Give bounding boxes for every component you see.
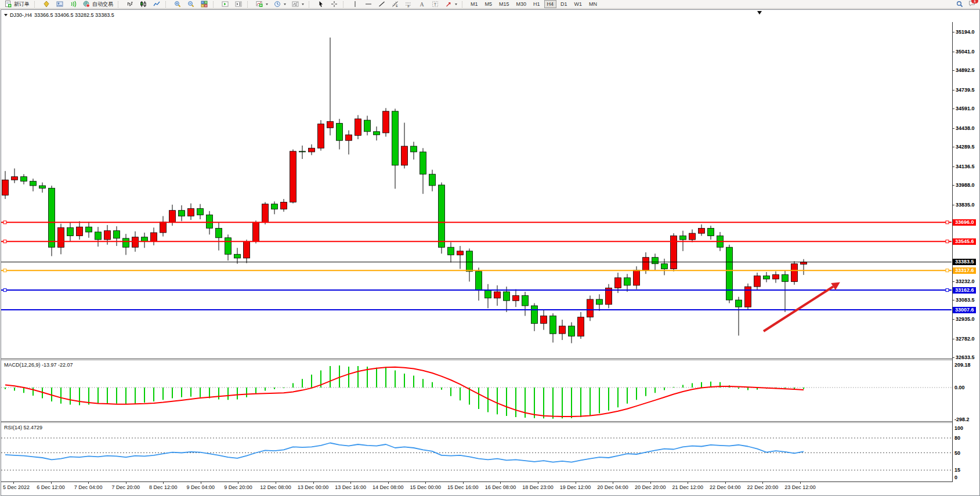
time-tick-mark [88, 482, 89, 484]
price-badge-33317.6: 33317.6 [953, 267, 976, 274]
navigator-icon[interactable] [53, 1, 66, 8]
timeframe-d1-button[interactable]: D1 [558, 0, 570, 8]
tile-windows-icon [200, 1, 208, 8]
timeframe-m1-button[interactable]: M1 [468, 0, 481, 8]
candle-bull [402, 146, 408, 165]
rsi-axis-label: 50 [954, 450, 960, 456]
chat-notification-button[interactable]: 1 [967, 0, 976, 8]
candle-bull [151, 233, 157, 241]
chart-shift-icon [234, 1, 243, 8]
trend-arrow-annotation[interactable] [764, 282, 840, 331]
level-handle[interactable] [3, 221, 6, 224]
cursor-icon[interactable] [314, 1, 327, 8]
level-handle[interactable] [3, 269, 6, 272]
level-handle[interactable] [3, 240, 6, 243]
price-tick-label: 33835.0 [956, 202, 975, 208]
crosshair-icon[interactable] [328, 1, 340, 8]
candle-bull [188, 208, 194, 216]
zoom-in-icon[interactable] [171, 1, 183, 8]
candle-bull [281, 202, 287, 209]
timeframe-m30-button[interactable]: M30 [513, 0, 530, 8]
time-tick-mark [163, 482, 164, 484]
market-watch-icon[interactable] [40, 1, 52, 8]
main-chart-area[interactable] [1, 22, 953, 359]
horizontal-line-icon [364, 1, 373, 8]
chart-title: DJ30-,H4 33366.5 33406.5 33282.5 33383.5 [4, 12, 114, 18]
label-tool-icon[interactable]: T [429, 1, 441, 8]
auto-scroll-icon [220, 1, 229, 8]
candle-bear [726, 247, 733, 300]
auto-scroll-icon[interactable] [219, 1, 231, 8]
candle-bull [773, 274, 779, 279]
shapes-icon [444, 1, 453, 8]
line-chart-icon[interactable] [150, 1, 162, 8]
trendline-icon[interactable] [375, 1, 388, 8]
text-tool-icon[interactable]: A [415, 1, 428, 8]
periods-icon[interactable] [271, 1, 288, 8]
candle-bull [346, 135, 352, 140]
channel-icon[interactable]: F [402, 1, 414, 8]
price-tick-label: 35041.0 [956, 49, 975, 55]
candle-bear [67, 227, 74, 236]
timeframe-h4-button[interactable]: H4 [544, 0, 557, 8]
candle-bull [513, 296, 519, 301]
timeframe-m15-button[interactable]: M15 [496, 0, 512, 8]
new-order-button[interactable]: 新订单 [2, 1, 31, 8]
level-handle[interactable] [3, 289, 6, 292]
pane-separator[interactable] [1, 421, 953, 422]
candle-bull [104, 231, 111, 240]
bar-chart-icon[interactable] [124, 1, 136, 8]
price-tick-mark [953, 281, 954, 282]
chart-shift-marker[interactable] [757, 11, 762, 15]
level-handle[interactable] [946, 289, 949, 292]
macd-indicator-label: MACD(12,26,9) -13.97 -22.07 [4, 362, 73, 368]
horizontal-levels-layer [1, 221, 952, 310]
candle-bull [541, 316, 547, 324]
candle-bull [355, 119, 361, 136]
timeframe-m5-button[interactable]: M5 [482, 0, 496, 8]
auto-trading-button[interactable]: 自动交易 [80, 1, 115, 8]
fibonacci-icon[interactable]: E [389, 1, 401, 8]
chart-shift-icon[interactable] [232, 1, 244, 8]
candle-bear [95, 232, 102, 240]
candle-bear [429, 174, 436, 186]
add-indicator-icon[interactable] [253, 1, 270, 8]
zoom-out-icon[interactable] [185, 1, 197, 8]
horizontal-line-icon[interactable] [362, 1, 374, 8]
toolbar-separator [343, 1, 346, 8]
candle-chart-icon[interactable] [137, 1, 149, 8]
rsi-pane[interactable] [1, 423, 953, 480]
new-order-button-label: 新订单 [14, 1, 30, 8]
symbol-dropdown-icon[interactable] [4, 14, 8, 16]
text-tool-icon: A [417, 1, 426, 8]
macd-pane[interactable] [1, 361, 953, 421]
vertical-line-icon[interactable] [349, 1, 361, 8]
templates-icon[interactable] [289, 1, 306, 8]
level-handle[interactable] [946, 269, 949, 272]
candle-bull [754, 276, 761, 287]
level-handle[interactable] [946, 240, 949, 243]
timeframe-h1-button[interactable]: H1 [530, 0, 543, 8]
search-icon[interactable] [955, 1, 964, 8]
pane-separator[interactable] [1, 359, 953, 359]
time-tick-label: 6 Dec 12:00 [37, 484, 65, 490]
timeframe-mn-button[interactable]: MN [586, 0, 600, 8]
time-tick-label: 20 Dec 20:00 [635, 484, 666, 490]
toolbar-separator [34, 1, 37, 8]
time-axis[interactable]: 5 Dec 20226 Dec 12:007 Dec 04:007 Dec 20… [1, 481, 953, 494]
timeframe-w1-button[interactable]: W1 [572, 0, 585, 8]
shapes-icon[interactable] [442, 1, 459, 8]
time-tick-label: 13 Dec 00:00 [298, 484, 329, 490]
level-handle[interactable] [946, 221, 949, 224]
candle-bear [522, 296, 529, 306]
candle-bull [699, 228, 705, 233]
toolbar-separator [213, 1, 216, 8]
candle-bear [531, 306, 538, 324]
signals-icon[interactable] [67, 1, 79, 8]
candle-bull [12, 177, 18, 180]
candle-bull [587, 299, 594, 317]
candles-layer [2, 38, 807, 343]
tile-windows-icon[interactable] [198, 1, 210, 8]
candle-bull [309, 148, 315, 152]
time-tick-mark [238, 482, 238, 484]
